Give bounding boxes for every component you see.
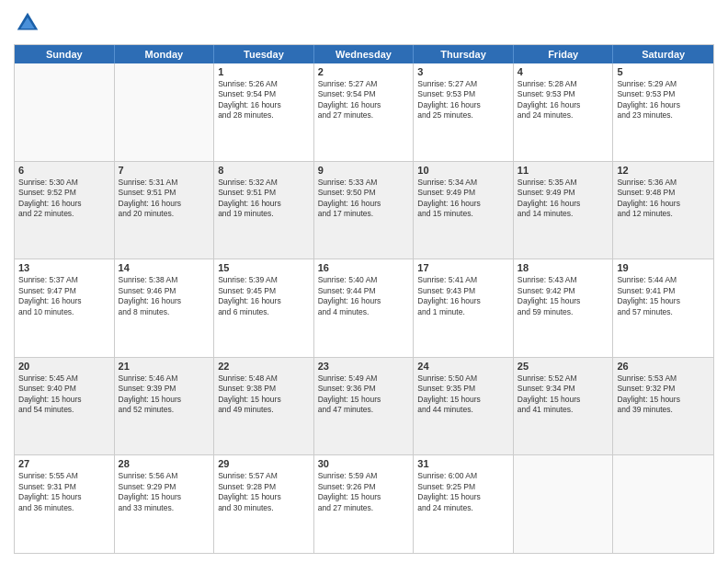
- day-number: 14: [119, 262, 210, 273]
- day-number: 24: [417, 361, 509, 372]
- day-info: Sunrise: 5:31 AM Sunset: 9:51 PM Dayligh…: [119, 178, 210, 220]
- day-number: 27: [18, 458, 110, 469]
- day-info: Sunrise: 5:55 AM Sunset: 9:31 PM Dayligh…: [18, 471, 110, 513]
- day-info: Sunrise: 5:52 AM Sunset: 9:34 PM Dayligh…: [518, 373, 609, 416]
- day-info: Sunrise: 5:56 AM Sunset: 9:29 PM Dayligh…: [119, 471, 210, 513]
- day-cell: 27Sunrise: 5:55 AM Sunset: 9:31 PM Dayli…: [15, 455, 115, 553]
- day-cell: 12Sunrise: 5:36 AM Sunset: 9:48 PM Dayli…: [613, 162, 713, 259]
- weekday-header: Saturday: [613, 45, 713, 63]
- day-info: Sunrise: 5:50 AM Sunset: 9:35 PM Dayligh…: [417, 373, 509, 416]
- day-number: 21: [119, 361, 210, 372]
- day-info: Sunrise: 5:36 AM Sunset: 9:48 PM Dayligh…: [617, 178, 710, 220]
- day-cell: 1Sunrise: 5:26 AM Sunset: 9:54 PM Daylig…: [214, 63, 314, 161]
- calendar-header: SundayMondayTuesdayWednesdayThursdayFrid…: [15, 45, 713, 63]
- day-number: 11: [518, 165, 609, 176]
- day-number: 8: [218, 165, 310, 176]
- day-cell: 25Sunrise: 5:52 AM Sunset: 9:34 PM Dayli…: [514, 358, 614, 455]
- day-cell: 11Sunrise: 5:35 AM Sunset: 9:49 PM Dayli…: [514, 162, 614, 259]
- day-info: Sunrise: 5:44 AM Sunset: 9:41 PM Dayligh…: [617, 275, 710, 317]
- day-number: 15: [218, 262, 310, 273]
- day-info: Sunrise: 5:33 AM Sunset: 9:50 PM Dayligh…: [318, 178, 410, 220]
- day-cell: 24Sunrise: 5:50 AM Sunset: 9:35 PM Dayli…: [414, 358, 514, 455]
- day-cell: 29Sunrise: 5:57 AM Sunset: 9:28 PM Dayli…: [214, 455, 314, 553]
- day-cell: 16Sunrise: 5:40 AM Sunset: 9:44 PM Dayli…: [314, 259, 415, 357]
- day-number: 2: [318, 66, 410, 77]
- day-number: 23: [318, 361, 410, 372]
- day-info: Sunrise: 5:57 AM Sunset: 9:28 PM Dayligh…: [218, 471, 310, 513]
- day-cell: 20Sunrise: 5:45 AM Sunset: 9:40 PM Dayli…: [15, 358, 115, 455]
- page: SundayMondayTuesdayWednesdayThursdayFrid…: [0, 0, 728, 563]
- day-info: Sunrise: 5:27 AM Sunset: 9:54 PM Dayligh…: [318, 79, 410, 121]
- day-number: 3: [417, 66, 509, 77]
- day-info: Sunrise: 5:46 AM Sunset: 9:39 PM Dayligh…: [119, 373, 210, 416]
- empty-cell: [613, 455, 713, 553]
- day-number: 7: [119, 165, 210, 176]
- day-info: Sunrise: 5:29 AM Sunset: 9:53 PM Dayligh…: [617, 79, 710, 121]
- day-cell: 5Sunrise: 5:29 AM Sunset: 9:53 PM Daylig…: [613, 63, 713, 161]
- day-info: Sunrise: 5:53 AM Sunset: 9:32 PM Dayligh…: [617, 373, 710, 416]
- day-cell: 6Sunrise: 5:30 AM Sunset: 9:52 PM Daylig…: [15, 162, 115, 259]
- empty-cell: [15, 63, 115, 161]
- day-cell: 22Sunrise: 5:48 AM Sunset: 9:38 PM Dayli…: [214, 358, 314, 455]
- day-info: Sunrise: 5:41 AM Sunset: 9:43 PM Dayligh…: [417, 275, 509, 317]
- calendar-row: 20Sunrise: 5:45 AM Sunset: 9:40 PM Dayli…: [15, 357, 713, 455]
- day-info: Sunrise: 5:45 AM Sunset: 9:40 PM Dayligh…: [18, 373, 110, 416]
- empty-cell: [514, 455, 614, 553]
- day-info: Sunrise: 5:30 AM Sunset: 9:52 PM Dayligh…: [18, 178, 110, 220]
- day-info: Sunrise: 5:40 AM Sunset: 9:44 PM Dayligh…: [318, 275, 410, 317]
- day-cell: 31Sunrise: 6:00 AM Sunset: 9:25 PM Dayli…: [414, 455, 514, 553]
- day-cell: 18Sunrise: 5:43 AM Sunset: 9:42 PM Dayli…: [514, 259, 614, 357]
- day-number: 22: [218, 361, 310, 372]
- day-number: 29: [218, 458, 310, 469]
- day-info: Sunrise: 6:00 AM Sunset: 9:25 PM Dayligh…: [417, 471, 509, 513]
- day-cell: 9Sunrise: 5:33 AM Sunset: 9:50 PM Daylig…: [314, 162, 415, 259]
- weekday-header: Tuesday: [214, 45, 314, 63]
- day-cell: 10Sunrise: 5:34 AM Sunset: 9:49 PM Dayli…: [414, 162, 514, 259]
- calendar-row: 6Sunrise: 5:30 AM Sunset: 9:52 PM Daylig…: [15, 161, 713, 259]
- day-number: 17: [417, 262, 509, 273]
- day-number: 5: [617, 66, 710, 77]
- day-info: Sunrise: 5:32 AM Sunset: 9:51 PM Dayligh…: [218, 178, 310, 220]
- day-cell: 4Sunrise: 5:28 AM Sunset: 9:53 PM Daylig…: [514, 63, 614, 161]
- day-cell: 8Sunrise: 5:32 AM Sunset: 9:51 PM Daylig…: [214, 162, 314, 259]
- day-cell: 7Sunrise: 5:31 AM Sunset: 9:51 PM Daylig…: [115, 162, 215, 259]
- weekday-header: Wednesday: [314, 45, 415, 63]
- day-info: Sunrise: 5:38 AM Sunset: 9:46 PM Dayligh…: [119, 275, 210, 317]
- day-cell: 17Sunrise: 5:41 AM Sunset: 9:43 PM Dayli…: [414, 259, 514, 357]
- day-info: Sunrise: 5:26 AM Sunset: 9:54 PM Dayligh…: [218, 79, 310, 121]
- calendar-row: 27Sunrise: 5:55 AM Sunset: 9:31 PM Dayli…: [15, 454, 713, 553]
- day-cell: 2Sunrise: 5:27 AM Sunset: 9:54 PM Daylig…: [314, 63, 415, 161]
- calendar-row: 13Sunrise: 5:37 AM Sunset: 9:47 PM Dayli…: [15, 259, 713, 357]
- day-info: Sunrise: 5:43 AM Sunset: 9:42 PM Dayligh…: [518, 275, 609, 317]
- day-cell: 13Sunrise: 5:37 AM Sunset: 9:47 PM Dayli…: [15, 259, 115, 357]
- day-number: 31: [417, 458, 509, 469]
- day-info: Sunrise: 5:39 AM Sunset: 9:45 PM Dayligh…: [218, 275, 310, 317]
- day-info: Sunrise: 5:28 AM Sunset: 9:53 PM Dayligh…: [518, 79, 609, 121]
- logo-icon: [14, 9, 41, 37]
- day-number: 12: [617, 165, 710, 176]
- day-number: 10: [417, 165, 509, 176]
- day-info: Sunrise: 5:37 AM Sunset: 9:47 PM Dayligh…: [18, 275, 110, 317]
- calendar-body: 1Sunrise: 5:26 AM Sunset: 9:54 PM Daylig…: [15, 63, 713, 553]
- day-number: 18: [518, 262, 609, 273]
- day-cell: 14Sunrise: 5:38 AM Sunset: 9:46 PM Dayli…: [115, 259, 215, 357]
- day-info: Sunrise: 5:35 AM Sunset: 9:49 PM Dayligh…: [518, 178, 609, 220]
- day-cell: 21Sunrise: 5:46 AM Sunset: 9:39 PM Dayli…: [115, 358, 215, 455]
- day-number: 16: [318, 262, 410, 273]
- day-number: 20: [18, 361, 110, 372]
- header: [14, 9, 714, 37]
- empty-cell: [115, 63, 215, 161]
- day-info: Sunrise: 5:59 AM Sunset: 9:26 PM Dayligh…: [318, 471, 410, 513]
- day-number: 30: [318, 458, 410, 469]
- day-number: 28: [119, 458, 210, 469]
- day-number: 19: [617, 262, 710, 273]
- day-number: 4: [518, 66, 609, 77]
- day-cell: 26Sunrise: 5:53 AM Sunset: 9:32 PM Dayli…: [613, 358, 713, 455]
- day-cell: 15Sunrise: 5:39 AM Sunset: 9:45 PM Dayli…: [214, 259, 314, 357]
- day-number: 13: [18, 262, 110, 273]
- day-info: Sunrise: 5:34 AM Sunset: 9:49 PM Dayligh…: [417, 178, 509, 220]
- day-cell: 28Sunrise: 5:56 AM Sunset: 9:29 PM Dayli…: [115, 455, 215, 553]
- day-info: Sunrise: 5:27 AM Sunset: 9:53 PM Dayligh…: [417, 79, 509, 121]
- calendar-row: 1Sunrise: 5:26 AM Sunset: 9:54 PM Daylig…: [15, 63, 713, 161]
- day-number: 1: [218, 66, 310, 77]
